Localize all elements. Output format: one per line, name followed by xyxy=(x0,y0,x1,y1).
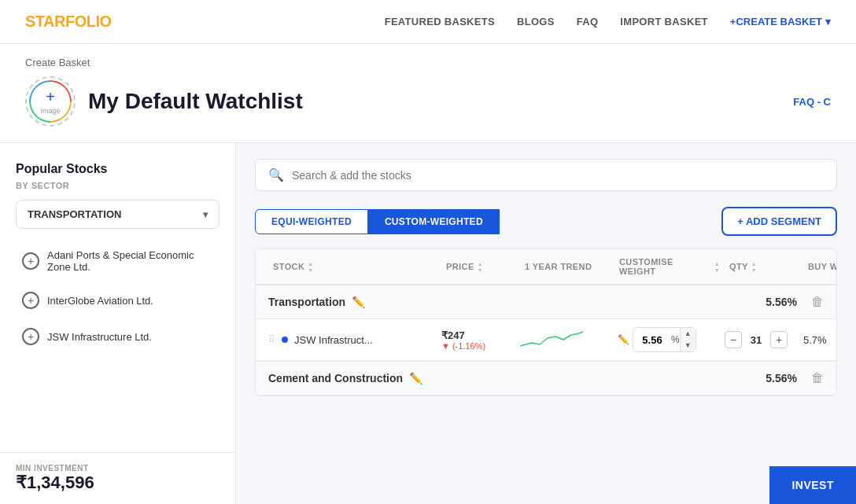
th-buy-weight: BUY WEIGHT ▲▼ xyxy=(803,249,837,284)
stock-name: InterGlobe Aviation Ltd. xyxy=(47,295,153,307)
delete-segment-icon[interactable]: 🗑 xyxy=(811,371,824,385)
segment-percentage: 5.56% xyxy=(766,372,797,384)
trend-cell xyxy=(520,327,614,352)
list-item[interactable]: + InterGlobe Aviation Ltd. xyxy=(16,284,220,317)
drag-handle-icon[interactable]: ⠿ xyxy=(268,334,275,345)
breadcrumb: Create Basket xyxy=(25,57,831,68)
sidebar: Popular Stocks BY SECTOR TRANSPORTATION … xyxy=(0,143,236,504)
avatar-upload[interactable]: + Image xyxy=(25,76,76,127)
stock-table: STOCK ▲▼ PRICE ▲▼ 1 YEAR TREND CUSTOMISE… xyxy=(255,248,837,396)
sector-dropdown[interactable]: TRANSPORTATION ▾ xyxy=(16,200,220,229)
stock-dot xyxy=(282,337,288,343)
sidebar-subtitle: BY SECTOR xyxy=(16,181,220,190)
add-stock-button[interactable]: + xyxy=(22,328,39,345)
logo-folio: FOLIO xyxy=(65,13,112,30)
stock-name: Adani Ports & Special Economic Zone Ltd. xyxy=(47,249,213,273)
main-layout: Popular Stocks BY SECTOR TRANSPORTATION … xyxy=(0,143,856,504)
segment-name: Cement and Construction xyxy=(268,372,403,384)
min-investment-label: MIN INVESTMENT xyxy=(16,464,220,473)
th-stock: STOCK ▲▼ xyxy=(268,249,441,284)
weight-input-wrap[interactable]: % ▲ ▼ xyxy=(633,327,696,352)
weight-up-arrow[interactable]: ▲ xyxy=(681,328,696,340)
search-icon: 🔍 xyxy=(268,167,284,182)
sparkline-chart xyxy=(520,327,583,352)
tab-custom-weighted[interactable]: CUSTOM-WEIGHTED xyxy=(368,209,500,234)
nav-create-basket[interactable]: +CREATE BASKET ▾ xyxy=(730,16,831,28)
plus-icon: + xyxy=(46,88,55,106)
weight-cell: ✏️ % ▲ ▼ xyxy=(614,327,725,352)
nav-featured-baskets[interactable]: FEATURED BASKETS xyxy=(385,16,495,28)
add-stock-button[interactable]: + xyxy=(22,292,39,309)
list-item[interactable]: + JSW Infrastructure Ltd. xyxy=(16,320,220,353)
add-segment-button[interactable]: + ADD SEGMENT xyxy=(721,207,837,236)
weight-pct-label: % xyxy=(671,334,680,345)
table-row: ⠿ JSW Infrastruct... ₹247 ▼ (-1.16%) ✏️ xyxy=(256,319,836,361)
th-qty: QTY ▲▼ xyxy=(725,249,803,284)
search-bar: 🔍 xyxy=(255,159,837,191)
segment-row: Cement and Construction ✏️ 5.56% 🗑 xyxy=(256,361,836,395)
watchlist-header: + Image My Default Watchlist FAQ - C xyxy=(25,76,831,127)
sidebar-title: Popular Stocks xyxy=(16,162,220,176)
nav-faq[interactable]: FAQ xyxy=(577,16,599,28)
logo-star: STAR xyxy=(25,13,65,30)
content-area: 🔍 EQUI-WEIGHTED CUSTOM-WEIGHTED + ADD SE… xyxy=(236,143,856,504)
sector-label: TRANSPORTATION xyxy=(28,208,121,220)
page-header: Create Basket + Image My Default Watchli… xyxy=(0,44,856,143)
delete-segment-icon[interactable]: 🗑 xyxy=(811,295,824,309)
qty-value: 31 xyxy=(747,334,766,346)
edit-segment-icon[interactable]: ✏️ xyxy=(409,372,422,384)
invest-button[interactable]: INVEST xyxy=(769,466,856,504)
nav-import-basket[interactable]: IMPORT BASKET xyxy=(620,16,708,28)
nav-blogs[interactable]: BLOGS xyxy=(517,16,555,28)
weight-down-arrow[interactable]: ▼ xyxy=(681,340,696,351)
search-input[interactable] xyxy=(292,169,824,182)
watchlist-title: My Default Watchlist xyxy=(88,89,303,114)
min-investment-section: MIN INVESTMENT ₹1,34,596 xyxy=(0,452,236,504)
stock-name: JSW Infrastructure Ltd. xyxy=(47,331,152,343)
tabs-row: EQUI-WEIGHTED CUSTOM-WEIGHTED + ADD SEGM… xyxy=(255,207,837,236)
navbar: STARFOLIO FEATURED BASKETS BLOGS FAQ IMP… xyxy=(0,0,856,44)
chevron-down-icon: ▾ xyxy=(203,209,208,220)
segment-percentage: 5.56% xyxy=(766,296,797,308)
table-header: STOCK ▲▼ PRICE ▲▼ 1 YEAR TREND CUSTOMISE… xyxy=(256,249,836,285)
add-stock-button[interactable]: + xyxy=(22,252,39,270)
segment-name: Transportation xyxy=(268,296,345,308)
chevron-down-icon: ▾ xyxy=(825,16,831,28)
logo: STARFOLIO xyxy=(25,13,112,31)
tab-equi-weighted[interactable]: EQUI-WEIGHTED xyxy=(255,209,368,234)
th-customise-weight: CUSTOMISE WEIGHT ▲▼ xyxy=(614,249,725,284)
qty-cell: − 31 + xyxy=(725,331,803,348)
weight-arrows: ▲ ▼ xyxy=(680,328,696,351)
edit-segment-icon[interactable]: ✏️ xyxy=(352,296,365,308)
buy-weight-cell: 5.7% xyxy=(803,334,837,346)
edit-weight-icon[interactable]: ✏️ xyxy=(618,334,629,345)
qty-increase-button[interactable]: + xyxy=(770,331,788,348)
weight-input[interactable] xyxy=(633,331,671,349)
segment-row: Transportation ✏️ 5.56% 🗑 xyxy=(256,285,836,319)
min-investment-value: ₹1,34,596 xyxy=(16,473,220,493)
stock-name-label: JSW Infrastruct... xyxy=(294,334,373,346)
th-price: PRICE ▲▼ xyxy=(441,249,520,284)
list-item[interactable]: + Adani Ports & Special Economic Zone Lt… xyxy=(16,241,220,281)
qty-decrease-button[interactable]: − xyxy=(725,331,742,348)
th-trend: 1 YEAR TREND xyxy=(520,249,614,284)
price-value: ₹247 xyxy=(441,329,520,341)
stock-cell: ⠿ JSW Infrastruct... xyxy=(268,334,441,346)
nav-links: FEATURED BASKETS BLOGS FAQ IMPORT BASKET… xyxy=(385,16,831,28)
price-change: ▼ (-1.16%) xyxy=(441,341,520,351)
avatar-label: Image xyxy=(40,107,60,115)
price-cell: ₹247 ▼ (-1.16%) xyxy=(441,329,520,351)
faq-link[interactable]: FAQ - C xyxy=(793,96,831,108)
